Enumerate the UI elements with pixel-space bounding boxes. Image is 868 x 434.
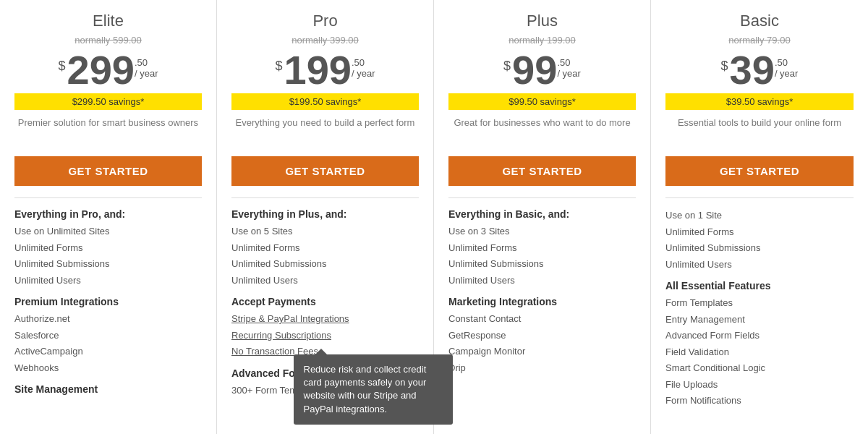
- feature-elite-0-0: Use on Unlimited Sites: [14, 224, 202, 239]
- section-1-pro: Everything in Plus, and: Use on 5 Sites …: [231, 208, 419, 287]
- section-title-1-plus: Everything in Basic, and:: [448, 208, 636, 220]
- plan-basic: Basic normally 79.00 $ 39 .50 / year $39…: [651, 0, 868, 434]
- price-period-basic: / year: [775, 68, 799, 79]
- divider-basic: [665, 197, 854, 198]
- plan-name-plus: Plus: [448, 12, 636, 30]
- feature-plus-0-0: Use on 3 Sites: [448, 224, 636, 239]
- price-cents-pro: .50: [352, 57, 375, 68]
- section-1-basic: Use on 1 Site Unlimited Forms Unlimited …: [665, 208, 854, 271]
- section-title-2-basic: All Essential Features: [665, 280, 854, 292]
- feature-elite-0-3: Unlimited Users: [14, 273, 202, 288]
- feature-pro-0-3: Unlimited Users: [231, 273, 419, 288]
- section-2-plus: Marketing Integrations Constant Contact …: [448, 296, 636, 375]
- divider-plus: [448, 197, 636, 198]
- section-title-3-pro: Advanced Form Features: [231, 367, 419, 379]
- plan-name-basic: Basic: [665, 12, 854, 30]
- feature-pro-1-0[interactable]: Stripe & PayPal Integrations: [231, 312, 419, 326]
- price-row-plus: $ 99 .50 / year: [448, 50, 636, 90]
- section-title-1-elite: Everything in Pro, and:: [14, 208, 202, 220]
- price-dollar-basic: $: [721, 59, 728, 74]
- divider-pro: [231, 197, 419, 198]
- section-2-basic: All Essential Features Form Templates En…: [665, 280, 854, 408]
- price-main-plus: 99: [512, 50, 557, 90]
- section-3-elite: Site Management: [14, 383, 202, 395]
- section-2-elite: Premium Integrations Authorize.net Sales…: [14, 296, 202, 375]
- feature-pro-1-1[interactable]: Recurring Subscriptions: [231, 328, 419, 343]
- savings-pro: $199.50 savings*: [231, 93, 419, 110]
- feature-elite-0-2: Unlimited Submissions: [14, 257, 202, 271]
- price-cents-basic: .50: [775, 57, 799, 68]
- feature-basic-1-6: Form Notifications: [665, 393, 854, 408]
- feature-basic-0-0: Use on 1 Site: [665, 208, 854, 223]
- price-dollar-plus: $: [503, 59, 511, 74]
- feature-basic-1-2: Advanced Form Fields: [665, 328, 854, 343]
- plan-name-elite: Elite: [14, 12, 202, 30]
- section-2-pro: Accept Payments Stripe & PayPal Integrat…: [231, 296, 419, 359]
- price-row-elite: $ 299 .50 / year: [14, 50, 202, 90]
- price-main-pro: 199: [284, 50, 352, 90]
- feature-plus-1-3: Drip: [448, 361, 636, 375]
- feature-plus-1-2: Campaign Monitor: [448, 344, 636, 359]
- feature-basic-1-3: Field Validation: [665, 345, 854, 359]
- feature-elite-0-1: Unlimited Forms: [14, 241, 202, 255]
- feature-basic-1-1: Entry Management: [665, 312, 854, 327]
- plan-plus: Plus normally 199.00 $ 99 .50 / year $99…: [434, 0, 651, 434]
- feature-pro-2-0: 300+ Form Templates: [231, 383, 419, 398]
- feature-basic-0-1: Unlimited Forms: [665, 225, 854, 239]
- feature-plus-1-1: GetResponse: [448, 328, 636, 343]
- price-period-plus: / year: [557, 68, 581, 79]
- section-3-pro: Advanced Form Features 300+ Form Templat…: [231, 367, 419, 398]
- section-title-2-pro: Accept Payments: [231, 296, 419, 307]
- feature-elite-1-3: Webhooks: [14, 361, 202, 375]
- price-main-elite: 299: [67, 50, 135, 90]
- feature-pro-0-1: Unlimited Forms: [231, 241, 419, 255]
- feature-elite-1-1: Salesforce: [14, 328, 202, 343]
- savings-basic: $39.50 savings*: [665, 93, 854, 110]
- section-title-2-plus: Marketing Integrations: [448, 296, 636, 307]
- savings-plus: $99.50 savings*: [448, 93, 636, 110]
- price-dollar-elite: $: [59, 59, 66, 74]
- price-row-pro: $ 199 .50 / year: [231, 50, 419, 90]
- feature-basic-1-0: Form Templates: [665, 296, 854, 310]
- feature-plus-0-2: Unlimited Submissions: [448, 257, 636, 271]
- original-price-plus: normally 199.00: [448, 35, 636, 46]
- feature-pro-0-0: Use on 5 Sites: [231, 224, 419, 239]
- feature-pro-0-2: Unlimited Submissions: [231, 257, 419, 271]
- feature-pro-1-2[interactable]: No Transaction Fees: [231, 344, 419, 359]
- price-cents-elite: .50: [135, 57, 158, 68]
- plan-elite: Elite normally 599.00 $ 299 .50 / year $…: [0, 0, 217, 434]
- price-period-pro: / year: [352, 68, 375, 79]
- feature-basic-1-4: Smart Conditional Logic: [665, 361, 854, 375]
- feature-elite-1-2: ActiveCampaign: [14, 344, 202, 359]
- desc-plus: Great for businesses who want to do more: [448, 117, 636, 146]
- original-price-basic: normally 79.00: [665, 35, 854, 46]
- cta-basic[interactable]: GET STARTED: [665, 156, 854, 186]
- cta-plus[interactable]: GET STARTED: [448, 156, 636, 186]
- section-title-2-elite: Premium Integrations: [14, 296, 202, 307]
- savings-elite: $299.50 savings*: [14, 93, 202, 110]
- plan-name-pro: Pro: [231, 12, 419, 30]
- feature-basic-0-3: Unlimited Users: [665, 258, 854, 272]
- feature-basic-0-2: Unlimited Submissions: [665, 241, 854, 255]
- price-dollar-pro: $: [276, 59, 283, 74]
- feature-plus-1-0: Constant Contact: [448, 312, 636, 326]
- section-title-3-elite: Site Management: [14, 383, 202, 395]
- feature-basic-1-5: File Uploads: [665, 378, 854, 392]
- feature-elite-1-0: Authorize.net: [14, 312, 202, 326]
- section-title-1-pro: Everything in Plus, and:: [231, 208, 419, 220]
- price-main-basic: 39: [730, 50, 775, 90]
- desc-basic: Essential tools to build your online for…: [665, 117, 854, 146]
- desc-pro: Everything you need to build a perfect f…: [231, 117, 419, 146]
- desc-elite: Premier solution for smart business owne…: [14, 117, 202, 146]
- divider-elite: [14, 197, 202, 198]
- pricing-grid: Elite normally 599.00 $ 299 .50 / year $…: [0, 0, 868, 434]
- section-1-elite: Everything in Pro, and: Use on Unlimited…: [14, 208, 202, 287]
- section-1-plus: Everything in Basic, and: Use on 3 Sites…: [448, 208, 636, 287]
- cta-elite[interactable]: GET STARTED: [14, 156, 202, 186]
- cta-pro[interactable]: GET STARTED: [231, 156, 419, 186]
- price-row-basic: $ 39 .50 / year: [665, 50, 854, 90]
- original-price-elite: normally 599.00: [14, 35, 202, 46]
- feature-plus-0-1: Unlimited Forms: [448, 241, 636, 255]
- original-price-pro: normally 399.00: [231, 35, 419, 46]
- price-cents-plus: .50: [557, 57, 581, 68]
